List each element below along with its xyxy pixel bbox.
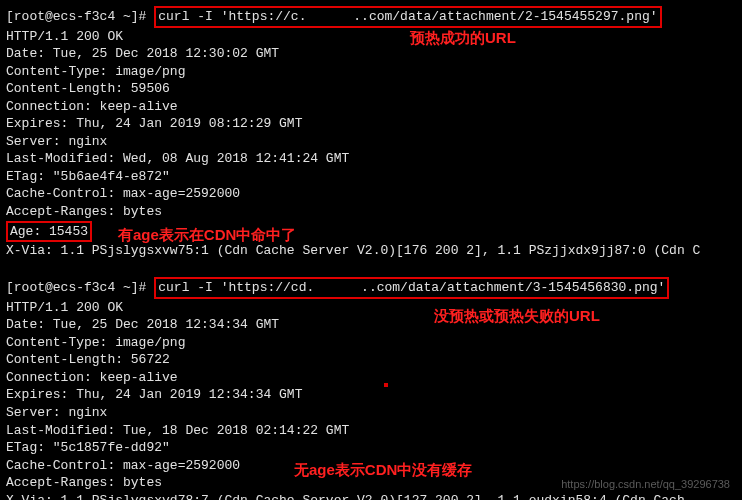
header-server: Server: nginx bbox=[6, 133, 736, 151]
blank-line bbox=[6, 260, 736, 278]
header-date: Date: Tue, 25 Dec 2018 12:34:34 GMT bbox=[6, 316, 736, 334]
header-age: Age: 15453 bbox=[6, 221, 92, 243]
header-connection: Connection: keep-alive bbox=[6, 369, 736, 387]
http-status: HTTP/1.1 200 OK bbox=[6, 28, 736, 46]
annotation-age-hit: 有age表示在CDN中命中了 bbox=[118, 225, 296, 245]
terminal-line: Age: 15453 bbox=[6, 221, 736, 243]
annotation-prewarmed-url: 预热成功的URL bbox=[410, 28, 516, 48]
header-etag: ETag: "5c1857fe-dd92" bbox=[6, 439, 736, 457]
terminal-line: [root@ecs-f3c4 ~]# curl -I 'https://cd. … bbox=[6, 277, 736, 299]
header-date: Date: Tue, 25 Dec 2018 12:30:02 GMT bbox=[6, 45, 736, 63]
marker-dot bbox=[384, 383, 388, 387]
header-x-via: X-Via: 1.1 PSjslygsxvd78:7 (Cdn Cache Se… bbox=[6, 492, 736, 500]
shell-prompt: [root@ecs-f3c4 ~]# bbox=[6, 9, 146, 24]
terminal-line: [root@ecs-f3c4 ~]# curl -I 'https://c. .… bbox=[6, 6, 736, 28]
header-last-modified: Last-Modified: Tue, 18 Dec 2018 02:14:22… bbox=[6, 422, 736, 440]
curl-command-2: curl -I 'https://cd. ..com/data/attachme… bbox=[154, 277, 669, 299]
header-cache-control: Cache-Control: max-age=2592000 bbox=[6, 185, 736, 203]
header-content-type: Content-Type: image/png bbox=[6, 334, 736, 352]
header-x-via: X-Via: 1.1 PSjslygsxvw75:1 (Cdn Cache Se… bbox=[6, 242, 736, 260]
header-last-modified: Last-Modified: Wed, 08 Aug 2018 12:41:24… bbox=[6, 150, 736, 168]
header-expires: Expires: Thu, 24 Jan 2019 12:34:34 GMT bbox=[6, 386, 736, 404]
http-status: HTTP/1.1 200 OK bbox=[6, 299, 736, 317]
header-server: Server: nginx bbox=[6, 404, 736, 422]
annotation-not-prewarmed-url: 没预热或预热失败的URL bbox=[434, 306, 600, 326]
curl-command-1: curl -I 'https://c. ..com/data/attachmen… bbox=[154, 6, 661, 28]
header-etag: ETag: "5b6ae4f4-e872" bbox=[6, 168, 736, 186]
header-content-length: Content-Length: 56722 bbox=[6, 351, 736, 369]
header-connection: Connection: keep-alive bbox=[6, 98, 736, 116]
header-expires: Expires: Thu, 24 Jan 2019 08:12:29 GMT bbox=[6, 115, 736, 133]
shell-prompt: [root@ecs-f3c4 ~]# bbox=[6, 280, 146, 295]
annotation-no-age: 无age表示CDN中没有缓存 bbox=[294, 460, 472, 480]
watermark-text: https://blog.csdn.net/qq_39296738 bbox=[561, 477, 730, 492]
header-content-length: Content-Length: 59506 bbox=[6, 80, 736, 98]
header-content-type: Content-Type: image/png bbox=[6, 63, 736, 81]
header-accept-ranges: Accept-Ranges: bytes bbox=[6, 203, 736, 221]
